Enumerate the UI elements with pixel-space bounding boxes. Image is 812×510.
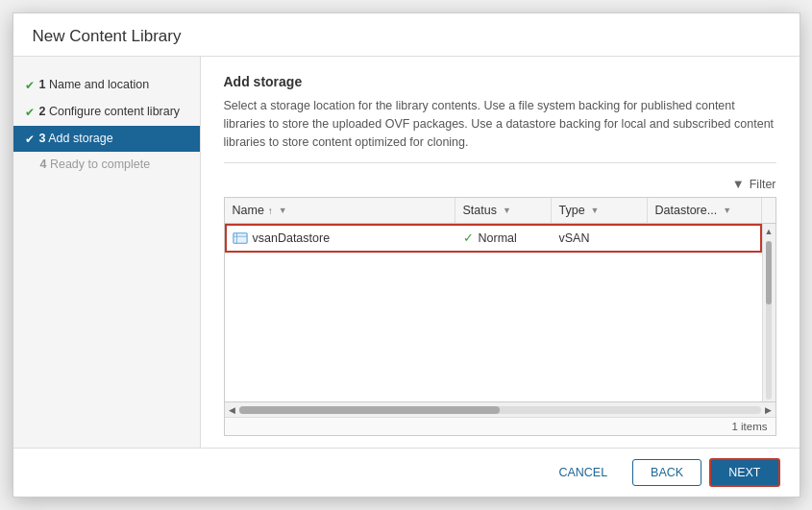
table-row[interactable]: vsanDatastore ✓ Normal vSAN (225, 224, 762, 253)
cell-datastore (648, 224, 762, 252)
new-content-library-dialog: New Content Library ✔ 1 Name and locatio… (12, 12, 800, 498)
section-title: Add storage (224, 74, 776, 89)
back-button[interactable]: BACK (632, 459, 701, 486)
sidebar-step1-label: 1 Name and location (39, 77, 188, 94)
v-scroll-up-arrow[interactable]: ▲ (765, 224, 774, 239)
v-scroll-thumb (766, 241, 772, 304)
dialog-header: New Content Library (13, 13, 800, 57)
col-name[interactable]: Name ↑ ▼ (225, 198, 455, 223)
col-type-dropdown-icon[interactable]: ▼ (591, 206, 600, 215)
next-button[interactable]: NEXT (709, 458, 779, 487)
col-datastore[interactable]: Datastore... ▼ (648, 198, 762, 223)
col-type-label: Type (559, 204, 585, 217)
filter-bar: ▼ Filter (224, 177, 776, 191)
cell-type: vSAN (552, 224, 648, 252)
check-icon-step2: ✔ (25, 105, 35, 121)
main-content: Add storage Select a storage location fo… (201, 57, 800, 448)
check-icon-step1: ✔ (25, 78, 35, 94)
h-scroll-track (239, 406, 761, 414)
col-datastore-label: Datastore... (655, 204, 718, 217)
sidebar-item-step4: ✔ 4 Ready to complete (13, 152, 200, 179)
sidebar-item-step1[interactable]: ✔ 1 Name and location (13, 72, 200, 99)
filter-label[interactable]: Filter (750, 178, 776, 191)
row-type: vSAN (559, 231, 590, 245)
status-check-icon: ✓ (463, 231, 474, 245)
col-name-dropdown-icon[interactable]: ▼ (279, 206, 287, 215)
sidebar-step3-label: 3 Add storage (39, 131, 188, 148)
row-status-label: Normal (479, 231, 517, 245)
datastore-icon (233, 231, 248, 245)
h-scroll-left-arrow[interactable]: ◀ (227, 405, 237, 415)
col-type[interactable]: Type ▼ (552, 198, 648, 223)
cell-status: ✓ Normal (455, 224, 552, 252)
row-name: vsanDatastore (253, 231, 331, 245)
table-body-wrapper: vsanDatastore ✓ Normal vSAN (225, 224, 775, 401)
sidebar-step4-label: 4 Ready to complete (40, 157, 188, 174)
sidebar: ✔ 1 Name and location ✔ 2 Configure cont… (13, 57, 201, 448)
sidebar-item-step3[interactable]: ✔ 3 Add storage (13, 126, 200, 153)
check-icon-step3: ✔ (25, 132, 35, 148)
h-scrollbar-area[interactable]: ◀ ▶ (225, 401, 775, 417)
table-footer: 1 items (225, 417, 775, 435)
filter-icon: ▼ (732, 177, 745, 191)
section-desc: Select a storage location for the librar… (224, 97, 776, 163)
sidebar-item-step2[interactable]: ✔ 2 Configure content library (13, 99, 200, 126)
sidebar-step2-label: 2 Configure content library (39, 104, 188, 121)
v-scroll-track (766, 241, 772, 400)
dialog-body: ✔ 1 Name and location ✔ 2 Configure cont… (13, 57, 800, 448)
table-body: vsanDatastore ✓ Normal vSAN (225, 224, 762, 401)
col-status-label: Status (463, 204, 497, 217)
svg-rect-0 (233, 232, 246, 243)
table-header: Name ↑ ▼ Status ▼ Type ▼ Datastore... (225, 198, 775, 224)
h-scroll-right-arrow[interactable]: ▶ (763, 405, 774, 415)
col-name-label: Name (233, 204, 264, 217)
v-scrollbar[interactable]: ▲ (762, 224, 775, 401)
h-scroll-thumb (239, 406, 501, 414)
cell-name: vsanDatastore (225, 224, 455, 252)
col-scrollbar-spacer (762, 198, 775, 223)
col-status[interactable]: Status ▼ (455, 198, 552, 223)
col-datastore-dropdown-icon[interactable]: ▼ (723, 206, 731, 215)
dialog-title: New Content Library (33, 27, 780, 46)
col-status-dropdown-icon[interactable]: ▼ (503, 206, 511, 215)
sort-asc-icon: ↑ (268, 206, 273, 216)
storage-table: Name ↑ ▼ Status ▼ Type ▼ Datastore... (224, 197, 776, 436)
dialog-footer: CANCEL BACK NEXT (13, 448, 800, 497)
cancel-button[interactable]: CANCEL (541, 460, 625, 485)
